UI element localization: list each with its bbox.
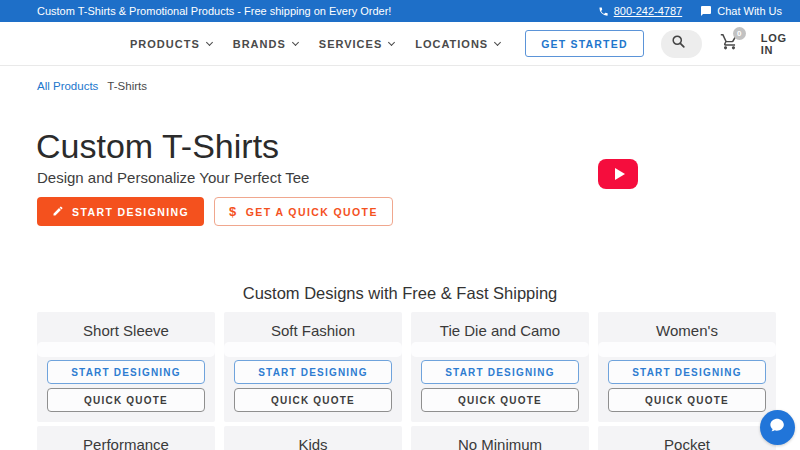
nav-label: PRODUCTS (130, 38, 200, 50)
chat-with-us-link[interactable]: Chat With Us (700, 5, 782, 17)
search-bar[interactable] (661, 30, 702, 58)
category-card-soft-fashion: Soft Fashion START DESIGNING QUICK QUOTE (224, 312, 402, 422)
phone-link[interactable]: 800-242-4787 (598, 5, 683, 17)
card-start-designing-button[interactable]: START DESIGNING (47, 360, 205, 384)
nav-item-products[interactable]: PRODUCTS (130, 38, 212, 50)
nav-item-locations[interactable]: LOCATIONS (415, 38, 500, 50)
phone-number[interactable]: 800-242-4787 (614, 5, 683, 17)
card-quick-quote-button[interactable]: QUICK QUOTE (47, 388, 205, 412)
card-title: Performance (37, 436, 215, 450)
promo-bar: Custom T-Shirts & Promotional Products -… (0, 0, 800, 22)
hero-actions: START DESIGNING $ GET A QUICK QUOTE (37, 197, 800, 226)
card-quick-quote-button[interactable]: QUICK QUOTE (234, 388, 392, 412)
phone-icon (598, 6, 609, 17)
chevron-down-icon (494, 38, 501, 45)
breadcrumb: All Products T-Shirts (37, 80, 800, 92)
cart-button[interactable]: 0 (720, 32, 739, 55)
hero-subtitle: Design and Personalize Your Perfect Tee (37, 169, 800, 186)
play-icon (615, 168, 625, 180)
card-title: No Minimum (411, 436, 589, 450)
nav-menu: PRODUCTS BRANDS SERVICES LOCATIONS (130, 38, 500, 50)
card-quick-quote-button[interactable]: QUICK QUOTE (608, 388, 766, 412)
page-title: Custom T-Shirts (36, 128, 800, 164)
card-title: Soft Fashion (224, 322, 402, 339)
category-cards-row-2: Performance Kids No Minimum Pocket (37, 426, 800, 450)
get-quick-quote-button[interactable]: $ GET A QUICK QUOTE (214, 197, 393, 226)
breadcrumb-current: T-Shirts (107, 80, 147, 92)
main-nav: PRODUCTS BRANDS SERVICES LOCATIONS GET S… (0, 22, 800, 66)
cart-count-badge: 0 (733, 27, 746, 40)
category-card-pocket: Pocket (598, 426, 776, 450)
promo-text: Custom T-Shirts & Promotional Products -… (37, 5, 391, 17)
card-image-placeholder (37, 342, 215, 357)
category-card-womens: Women's START DESIGNING QUICK QUOTE (598, 312, 776, 422)
nav-item-services[interactable]: SERVICES (319, 38, 394, 50)
youtube-play-button[interactable] (598, 159, 638, 189)
card-title: Tie Die and Camo (411, 322, 589, 339)
category-card-performance: Performance (37, 426, 215, 450)
login-button[interactable]: LOG IN (761, 32, 787, 56)
chevron-down-icon (206, 38, 213, 45)
brush-icon (52, 205, 64, 219)
card-quick-quote-button[interactable]: QUICK QUOTE (421, 388, 579, 412)
chat-icon (700, 5, 712, 17)
search-icon (671, 34, 686, 53)
chevron-down-icon (388, 38, 395, 45)
card-title: Pocket (598, 436, 776, 450)
start-designing-label: START DESIGNING (72, 206, 189, 218)
card-title: Short Sleeve (37, 322, 215, 339)
breadcrumb-all-products[interactable]: All Products (37, 80, 98, 92)
card-start-designing-button[interactable]: START DESIGNING (234, 360, 392, 384)
category-card-kids: Kids (224, 426, 402, 450)
nav-label: BRANDS (233, 38, 286, 50)
chat-bubble-icon (768, 416, 787, 439)
get-started-button[interactable]: GET STARTED (525, 30, 644, 57)
card-title: Women's (598, 322, 776, 339)
start-designing-button[interactable]: START DESIGNING (37, 197, 204, 226)
card-title: Kids (224, 436, 402, 450)
card-image-placeholder (224, 342, 402, 357)
chat-widget-button[interactable] (760, 410, 795, 445)
category-cards-row-1: Short Sleeve START DESIGNING QUICK QUOTE… (37, 312, 800, 422)
nav-item-brands[interactable]: BRANDS (233, 38, 298, 50)
chat-label[interactable]: Chat With Us (717, 5, 782, 17)
category-card-no-minimum: No Minimum (411, 426, 589, 450)
card-start-designing-button[interactable]: START DESIGNING (421, 360, 579, 384)
chevron-down-icon (292, 38, 299, 45)
card-image-placeholder (598, 342, 776, 357)
dollar-icon: $ (229, 204, 238, 219)
card-image-placeholder (411, 342, 589, 357)
cart-icon (720, 37, 739, 54)
nav-label: LOCATIONS (415, 38, 488, 50)
nav-label: SERVICES (319, 38, 382, 50)
get-quote-label: GET A QUICK QUOTE (246, 206, 378, 218)
category-card-short-sleeve: Short Sleeve START DESIGNING QUICK QUOTE (37, 312, 215, 422)
card-start-designing-button[interactable]: START DESIGNING (608, 360, 766, 384)
hero-section: Custom T-Shirts Design and Personalize Y… (0, 128, 800, 226)
category-card-tie-die-camo: Tie Die and Camo START DESIGNING QUICK Q… (411, 312, 589, 422)
section-heading: Custom Designs with Free & Fast Shipping (0, 284, 800, 303)
